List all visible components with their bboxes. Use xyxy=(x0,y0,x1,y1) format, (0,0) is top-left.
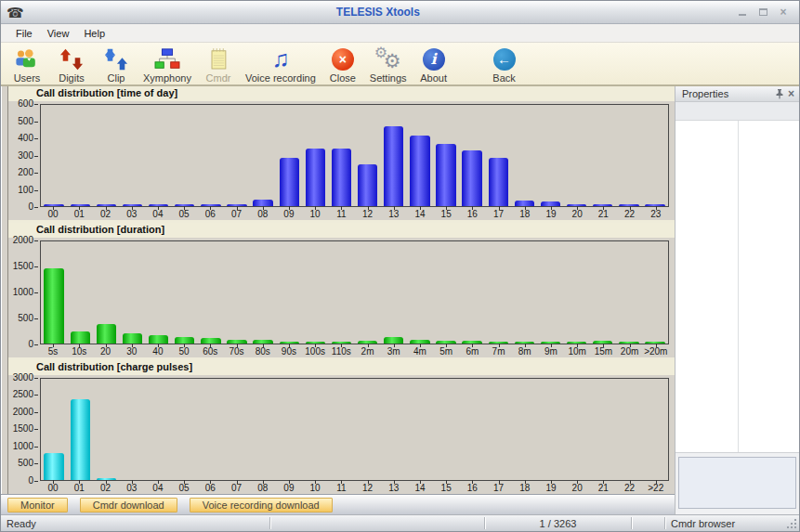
status-ready: Ready xyxy=(1,515,269,531)
x-tick-label: 08 xyxy=(250,207,276,219)
title-bar: ☎ TELESIS Xtools × xyxy=(1,1,799,24)
y-tick-label: 3000 xyxy=(13,373,33,383)
bar-slot xyxy=(328,379,354,480)
bar xyxy=(149,335,168,343)
tab-voice-recording-download[interactable]: Voice recording download xyxy=(190,498,333,513)
tab-monitor[interactable]: Monitor xyxy=(7,498,68,513)
x-tick-label: 14 xyxy=(407,207,433,219)
x-tick-label: 03 xyxy=(119,207,145,219)
bar-slot xyxy=(433,105,459,206)
close-window-button[interactable]: × xyxy=(773,4,793,20)
bar-slot xyxy=(198,379,224,480)
status-mode: Cmdr browser xyxy=(665,515,784,531)
bar-slot xyxy=(119,379,145,480)
bar-slot xyxy=(537,241,563,343)
resize-grip[interactable] xyxy=(784,515,799,531)
bar-slot xyxy=(381,241,407,343)
properties-close-icon[interactable]: × xyxy=(788,87,794,100)
properties-grid[interactable] xyxy=(675,121,799,453)
about-icon: i xyxy=(416,45,452,72)
bar xyxy=(44,453,63,480)
bar-slot xyxy=(537,105,563,206)
x-tick-label: 3m xyxy=(381,344,407,357)
bar-slot xyxy=(224,379,250,480)
status-counter: 1 / 3263 xyxy=(485,515,631,531)
x-tick-label: 01 xyxy=(66,207,92,219)
tab-cmdr-download[interactable]: Cmdr download xyxy=(80,498,177,513)
toolbar-button-clip[interactable]: Clip xyxy=(94,45,138,84)
x-tick-label: 6m xyxy=(459,344,485,357)
toolbar-button-back[interactable]: ←Back xyxy=(482,45,527,84)
toolbar-button-label: Settings xyxy=(370,72,407,84)
toolbar-button-about[interactable]: iAbout xyxy=(412,45,456,84)
bar-slot xyxy=(564,241,590,343)
x-tick-label: 20 xyxy=(92,344,118,357)
x-tick-label: 21 xyxy=(590,207,616,219)
chart-section-call-distribution-duration: Call distribution [duration]050010001500… xyxy=(8,220,675,357)
bar-slot xyxy=(328,105,354,206)
y-tick-label: 100 xyxy=(18,186,33,195)
bar-slot xyxy=(459,379,485,480)
toolbar-button-close[interactable]: ×Close xyxy=(321,45,365,84)
maximize-icon xyxy=(759,8,767,16)
x-axis: 0001020304050607080910111213141516171819… xyxy=(40,481,669,493)
y-tick-label: 0 xyxy=(28,340,33,349)
pin-icon[interactable] xyxy=(775,89,784,99)
toolbar-button-label: Back xyxy=(492,72,515,84)
menu-item-view[interactable]: View xyxy=(40,26,77,41)
x-tick-label: 06 xyxy=(197,207,223,219)
x-tick-label: 60s xyxy=(197,344,223,357)
bar-slot xyxy=(616,105,642,206)
x-tick-label: 07 xyxy=(223,207,249,219)
y-tick-label: 500 xyxy=(18,117,33,126)
y-tick-label: 0 xyxy=(28,476,33,486)
toolbar-button-label: Close xyxy=(330,72,356,84)
x-tick-label: 12 xyxy=(354,481,380,493)
y-tick-label: 2000 xyxy=(13,408,33,417)
bar-slot xyxy=(198,241,224,343)
charts-column: Call distribution [time of day]010020030… xyxy=(1,86,675,514)
bar xyxy=(71,331,90,344)
window-title: TELESIS Xtools xyxy=(24,6,732,19)
toolbar: UsersDigitsClipXymphonyCmdr♫Voice record… xyxy=(1,43,799,86)
bar-slot xyxy=(511,241,537,343)
left-splitter[interactable] xyxy=(1,86,8,494)
bar-slot xyxy=(537,379,563,480)
x-tick-label: 70s xyxy=(223,344,249,357)
bar-slot xyxy=(328,241,354,343)
digits-icon xyxy=(54,45,89,72)
bar-slot xyxy=(93,241,119,343)
menu-item-file[interactable]: File xyxy=(8,26,40,41)
toolbar-button-xymphony[interactable]: Xymphony xyxy=(138,45,196,84)
plot-area xyxy=(40,240,669,344)
x-tick-label: 01 xyxy=(66,481,92,493)
maximize-button[interactable] xyxy=(753,4,773,20)
bar xyxy=(384,126,403,207)
toolbar-button-users[interactable]: Users xyxy=(5,45,49,84)
charts-container: Call distribution [time of day]010020030… xyxy=(8,86,675,494)
x-tick-label: 11 xyxy=(328,481,354,493)
bar-slot xyxy=(407,241,433,343)
status-empty-segment xyxy=(632,515,664,531)
bar xyxy=(175,337,194,344)
bar-slot xyxy=(276,379,302,480)
x-tick-label: 23 xyxy=(643,207,669,219)
bar-slot xyxy=(302,105,328,206)
bar-slot xyxy=(224,241,250,343)
bar-slot xyxy=(642,241,668,343)
toolbar-button-digits[interactable]: Digits xyxy=(49,45,94,84)
y-tick-label: 300 xyxy=(18,151,33,161)
toolbar-button-settings[interactable]: ⚙⚙Settings xyxy=(365,45,412,84)
toolbar-button-label: Digits xyxy=(59,72,85,84)
toolbar-button-voice-recording[interactable]: ♫Voice recording xyxy=(241,45,321,84)
bar-slot xyxy=(224,105,250,206)
y-tick-label: 600 xyxy=(18,99,33,109)
bar-slot xyxy=(355,379,381,480)
bar xyxy=(410,136,429,207)
x-tick-label: 16 xyxy=(459,207,485,219)
bar xyxy=(253,200,272,206)
menu-item-help[interactable]: Help xyxy=(76,26,112,41)
x-tick-label: 10 xyxy=(302,481,328,493)
minimize-button[interactable] xyxy=(732,4,753,20)
clip-icon xyxy=(98,45,134,72)
